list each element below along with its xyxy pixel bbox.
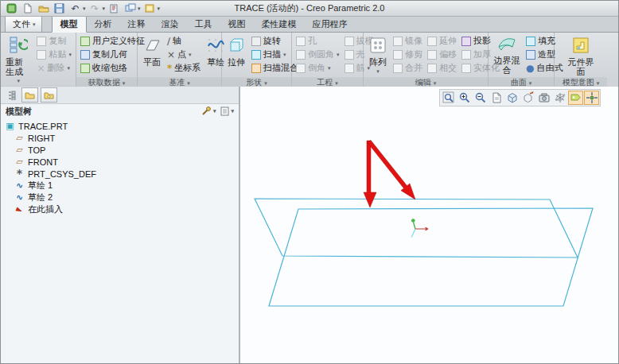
undo-menu-caret[interactable]: ▾ xyxy=(83,6,86,12)
csys-button[interactable]: *坐标系 xyxy=(165,61,202,75)
tree-item-label: FRONT xyxy=(28,157,58,167)
boundary-blend-icon xyxy=(496,36,517,55)
csys-red-axis xyxy=(415,227,428,230)
offset-button[interactable]: 偏移 xyxy=(426,48,458,61)
tree-item-insert-here[interactable]: ►在此插入 xyxy=(1,203,239,215)
chamfer-caret: ▾ xyxy=(328,65,331,72)
tree-item-part[interactable]: ▣TRACE.PRT xyxy=(1,120,239,132)
shell-icon xyxy=(345,50,354,60)
trim-button[interactable]: 修剪 xyxy=(391,48,424,61)
tab-tools[interactable]: 工具 xyxy=(187,16,220,32)
file-menu-label: 文件 xyxy=(13,18,30,30)
tree-item-csys[interactable]: *PRT_CSYS_DEF xyxy=(1,168,239,180)
tree-item-sketch-1[interactable]: ∿草绘 1 xyxy=(1,180,239,192)
redo-icon[interactable]: ↷ xyxy=(88,2,102,14)
shrinkwrap-button[interactable]: 收缩包络 xyxy=(79,61,146,75)
component-interface-button[interactable]: 元件界面 xyxy=(565,34,597,76)
hole-icon xyxy=(296,37,306,46)
close-menu-caret[interactable]: ▾ xyxy=(158,6,161,12)
boundary-blend-button[interactable]: 边界混合 xyxy=(491,34,523,75)
save-icon[interactable] xyxy=(53,2,66,14)
chamfer-button[interactable]: 倒角▾ xyxy=(294,61,341,75)
trim-label: 修剪 xyxy=(405,48,422,60)
tab-flexible-modeling[interactable]: 柔性建模 xyxy=(254,16,305,32)
round-icon xyxy=(296,50,306,60)
main-area: 模型树 ▾ ▾ ▣TRACE.PRT ▱RIGHT ▱TOP ▱FRONT *P… xyxy=(1,87,618,363)
intersect-button[interactable]: 相交 xyxy=(426,61,458,75)
new-file-icon[interactable] xyxy=(21,2,34,14)
favorites-tab[interactable] xyxy=(41,87,57,103)
csys-green-dot xyxy=(411,219,415,223)
shrinkwrap-icon xyxy=(80,64,90,73)
extrude-button[interactable]: 拉伸 xyxy=(224,34,248,67)
project-icon xyxy=(461,37,471,46)
navigator-tree-icon[interactable] xyxy=(4,88,19,102)
extend-button[interactable]: 延伸 xyxy=(426,34,458,48)
ribbon-group-engineering: 孔 倒圆角▾ 倒角▾ 拔模▾ 壳 筋▾ 工程 ▾ xyxy=(292,33,364,87)
close-window-icon[interactable] xyxy=(143,2,157,14)
round-button[interactable]: 倒圆角▾ xyxy=(294,48,341,61)
undo-icon[interactable]: ↶ xyxy=(68,2,82,14)
tree-item-right[interactable]: ▱RIGHT xyxy=(1,132,239,144)
pattern-button[interactable]: 阵列 ▾ xyxy=(366,34,390,76)
regenerate-small-icon[interactable] xyxy=(107,2,121,14)
folder-browser-tab[interactable] xyxy=(21,87,38,103)
copy-button[interactable]: 复制 xyxy=(35,34,73,48)
tab-applications[interactable]: 应用程序 xyxy=(305,16,356,32)
copy-label: 复制 xyxy=(49,35,66,47)
copy-geometry-icon xyxy=(80,50,90,60)
sketch-2-parallelogram[interactable] xyxy=(255,199,578,258)
thicken-icon xyxy=(461,50,471,60)
point-caret: ▾ xyxy=(189,52,192,58)
freestyle-icon: ● xyxy=(526,64,534,73)
tab-annotate[interactable]: 注释 xyxy=(120,16,154,32)
point-button[interactable]: ×点▾ xyxy=(165,48,202,61)
axis-label: 轴 xyxy=(173,35,181,47)
ribbon-group-editing: 阵列 ▾ 镜像 修剪 合并 延伸 偏移 相交 投影 加厚 实体化 xyxy=(364,33,489,87)
merge-button[interactable]: 合并 xyxy=(391,61,424,75)
mirror-button[interactable]: 镜像 xyxy=(391,34,424,48)
round-label: 倒圆角 xyxy=(308,48,334,60)
navigator-tabs xyxy=(1,87,239,104)
regenerate-button[interactable]: 重新生成 ▾ xyxy=(3,34,33,86)
model-tree: ▣TRACE.PRT ▱RIGHT ▱TOP ▱FRONT *PRT_CSYS_… xyxy=(1,118,239,363)
paste-button[interactable]: 粘贴▾ xyxy=(35,48,73,61)
delete-button[interactable]: ×删除▾ xyxy=(35,61,73,75)
plane-button[interactable]: 平面 xyxy=(140,34,164,67)
style-label: 造型 xyxy=(538,48,555,60)
paste-label: 粘贴 xyxy=(49,48,66,60)
axis-icon: ∕ xyxy=(167,37,170,46)
tree-settings-button[interactable]: ▾ xyxy=(201,106,216,116)
hole-button[interactable]: 孔 xyxy=(294,34,341,48)
model-view[interactable] xyxy=(240,87,619,364)
tab-render[interactable]: 渲染 xyxy=(154,16,187,32)
datum-plane-icon: ▱ xyxy=(14,157,25,167)
coordinate-system-icon: * xyxy=(14,168,25,179)
graphics-area[interactable] xyxy=(240,87,618,363)
tab-view[interactable]: 视图 xyxy=(220,16,254,32)
copy-geometry-button[interactable]: 复制几何 xyxy=(79,48,146,61)
tree-item-top[interactable]: ▱TOP xyxy=(1,144,239,156)
tree-show-button[interactable]: ▾ xyxy=(220,106,234,116)
windows-icon[interactable] xyxy=(123,2,137,14)
open-icon[interactable] xyxy=(37,2,50,14)
extrude-icon xyxy=(227,36,246,56)
tab-analysis[interactable]: 分析 xyxy=(87,16,120,32)
extrude-label: 拉伸 xyxy=(228,57,245,67)
file-menu-button[interactable]: 文件▾ xyxy=(5,16,42,32)
extend-icon xyxy=(427,37,437,46)
tab-model[interactable]: 模型 xyxy=(52,15,87,33)
model-tree-title: 模型树 xyxy=(6,106,32,118)
round-caret: ▾ xyxy=(337,52,340,58)
tree-item-front[interactable]: ▱FRONT xyxy=(1,156,239,168)
udf-button[interactable]: 用户定义特征 xyxy=(79,34,146,48)
redo-menu-caret[interactable]: ▾ xyxy=(103,6,106,12)
axis-button[interactable]: ∕轴 xyxy=(165,34,202,48)
merge-label: 合并 xyxy=(405,62,422,74)
tree-item-sketch-2[interactable]: ∿草绘 2 xyxy=(1,192,239,203)
ribbon-group-surfaces: 边界混合 填充 造型 ●自由式 曲面 ▾ xyxy=(489,33,555,87)
ribbon: 重新生成 ▾ 复制 粘贴▾ ×删除▾ 操作 ▾ 用户定义特征 复制几何 收缩包络 xyxy=(1,33,618,88)
app-icon[interactable] xyxy=(5,2,18,14)
delete-icon: × xyxy=(37,64,45,73)
windows-menu-caret[interactable]: ▾ xyxy=(138,6,141,12)
